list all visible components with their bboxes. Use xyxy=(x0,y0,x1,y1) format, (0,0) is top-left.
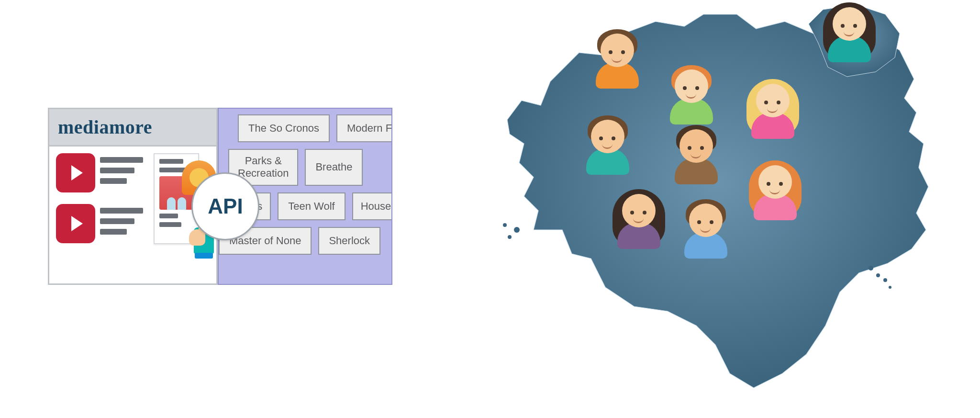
video-item xyxy=(56,153,147,192)
app-api-diagram: mediamore xyxy=(48,108,392,285)
user-avatar xyxy=(610,187,668,254)
user-avatar xyxy=(579,113,636,180)
svg-point-5 xyxy=(883,278,887,282)
user-avatar xyxy=(589,26,646,93)
user-avatar xyxy=(746,158,804,225)
brand-name: mediamore xyxy=(58,116,152,138)
svg-point-0 xyxy=(514,227,520,233)
svg-point-6 xyxy=(889,286,891,289)
svg-point-4 xyxy=(876,273,880,277)
user-avatar xyxy=(821,0,878,67)
app-header: mediamore xyxy=(49,109,216,147)
app-mockup: mediamore xyxy=(48,108,218,285)
user-avatar xyxy=(668,122,725,189)
user-avatar xyxy=(663,62,720,129)
api-badge: API xyxy=(191,172,259,240)
show-chip: Sherlock xyxy=(318,227,380,255)
show-chip: House xyxy=(352,192,392,220)
svg-point-3 xyxy=(869,266,873,271)
video-meta xyxy=(100,157,143,184)
video-list xyxy=(56,153,147,277)
user-avatar xyxy=(744,77,802,144)
play-icon xyxy=(56,153,95,192)
svg-point-1 xyxy=(508,235,512,239)
video-meta xyxy=(100,208,143,235)
show-chip: Teen Wolf xyxy=(278,192,345,220)
user-avatar xyxy=(677,196,735,263)
users-map xyxy=(479,0,933,412)
play-icon xyxy=(56,204,95,243)
svg-point-2 xyxy=(503,223,507,227)
video-item xyxy=(56,204,147,243)
show-chip: The So Cronos xyxy=(238,114,330,142)
show-chip: Modern Fam xyxy=(336,114,392,142)
api-label: API xyxy=(208,194,243,218)
show-chip: Breathe xyxy=(305,149,363,186)
